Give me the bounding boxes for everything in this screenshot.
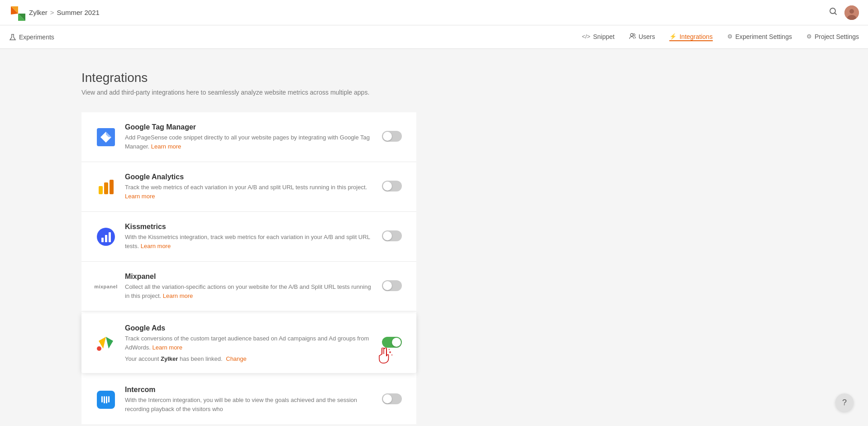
svg-rect-16 (99, 186, 103, 194)
users-icon (629, 33, 636, 40)
svg-point-8 (849, 9, 854, 14)
search-button[interactable] (829, 7, 837, 18)
google-ads-account-name: Zylker (161, 355, 178, 362)
cursor-pointer-icon (378, 348, 395, 369)
svg-point-29 (389, 351, 391, 353)
gtm-toggle[interactable] (382, 131, 402, 142)
kissmetrics-toggle-container[interactable] (382, 230, 402, 243)
intercom-icon (97, 391, 115, 409)
gtm-toggle-container[interactable] (382, 131, 402, 144)
integration-google-ads: Google Ads Track conversions of the cust… (81, 313, 416, 373)
experiments-nav-link[interactable]: Experiments (9, 34, 54, 41)
ga-toggle[interactable] (382, 181, 402, 191)
avatar-image (844, 5, 859, 20)
help-label: ? (842, 398, 847, 407)
experiments-label: Experiments (19, 34, 54, 41)
main-content: Integrations View and add third-party in… (0, 49, 498, 426)
mixpanel-toggle-container[interactable] (382, 280, 402, 293)
integration-kissmetrics: Kissmetrics With the Kissmetrics integra… (81, 212, 416, 262)
integration-intercom: Intercom With the Intercom integration, … (81, 375, 416, 424)
breadcrumb-separator: > (50, 9, 54, 16)
integration-google-tag-manager: Google Tag Manager Add PageSense code sn… (81, 112, 416, 162)
google-ads-account: Your account Zylker has been linked. Cha… (125, 355, 371, 362)
intercom-toggle[interactable] (382, 393, 402, 404)
gtm-icon (97, 128, 115, 146)
experiments-icon (9, 34, 16, 41)
ga-logo (96, 177, 116, 197)
mixpanel-learn-more[interactable]: Learn more (163, 292, 193, 299)
intercom-toggle-container[interactable] (382, 393, 402, 406)
kissmetrics-icon (97, 228, 115, 246)
google-ads-desc: Track conversions of the custom target a… (125, 334, 371, 352)
svg-point-31 (389, 349, 390, 350)
kissmetrics-info: Kissmetrics With the Kissmetrics integra… (125, 223, 371, 250)
svg-point-11 (630, 34, 633, 36)
svg-rect-20 (101, 238, 104, 242)
search-icon (829, 7, 837, 15)
ga-icon (97, 178, 115, 196)
nav-snippet[interactable]: </> Snippet (582, 33, 615, 41)
kissmetrics-desc: With the Kissmetrics integration, track … (125, 233, 371, 250)
google-ads-toggle[interactable] (382, 337, 402, 348)
breadcrumb-org[interactable]: Zylker (29, 9, 48, 16)
integration-mixpanel: mixpanel Mixpanel Collect all the variat… (81, 262, 416, 311)
google-ads-name: Google Ads (125, 324, 371, 332)
svg-rect-41 (108, 396, 110, 402)
google-ads-learn-more[interactable]: Learn more (152, 344, 182, 351)
hand-cursor-svg (378, 348, 395, 366)
google-ads-info: Google Ads Track conversions of the cust… (125, 324, 371, 362)
kissmetrics-learn-more[interactable]: Learn more (141, 243, 171, 249)
google-ads-logo (96, 333, 116, 353)
breadcrumb-project[interactable]: Summer 2021 (57, 9, 100, 16)
kissmetrics-name: Kissmetrics (125, 223, 371, 231)
svg-rect-21 (105, 235, 107, 242)
gtm-learn-more[interactable]: Learn more (151, 143, 181, 150)
google-ads-change-link[interactable]: Change (226, 355, 247, 362)
nav-users[interactable]: Users (629, 33, 655, 41)
svg-point-28 (97, 346, 101, 351)
gtm-info: Google Tag Manager Add PageSense code sn… (125, 123, 371, 151)
nav-experiment-settings[interactable]: ⚙ Experiment Settings (727, 33, 792, 41)
kissmetrics-toggle[interactable] (382, 230, 402, 241)
svg-rect-38 (101, 396, 103, 402)
svg-rect-17 (104, 182, 108, 194)
gtm-desc: Add PageSense code snippet directly to a… (125, 133, 371, 151)
app-logo (9, 5, 25, 21)
snippet-icon: </> (582, 33, 591, 40)
ga-info: Google Analytics Track the web metrics o… (125, 173, 371, 201)
svg-rect-18 (110, 180, 114, 194)
experiment-settings-label: Experiment Settings (735, 33, 792, 40)
mixpanel-text-logo: mixpanel (94, 284, 118, 289)
gtm-logo (96, 127, 116, 147)
intercom-info: Intercom With the Intercom integration, … (125, 386, 371, 413)
help-button[interactable]: ? (835, 393, 854, 412)
mixpanel-name: Mixpanel (125, 273, 371, 281)
ga-toggle-container[interactable] (382, 181, 402, 193)
google-ads-icon (96, 333, 116, 353)
logo-area (9, 5, 25, 21)
svg-rect-22 (109, 232, 111, 242)
ga-name: Google Analytics (125, 173, 371, 181)
mixpanel-desc: Collect all the variation-specific actio… (125, 282, 371, 300)
ga-learn-more[interactable]: Learn more (125, 193, 155, 200)
project-settings-label: Project Settings (815, 33, 859, 40)
google-ads-toggle-container[interactable] (382, 337, 402, 349)
integrations-icon: ⚡ (669, 33, 677, 40)
intercom-logo (96, 390, 116, 410)
gtm-name: Google Tag Manager (125, 123, 371, 131)
integrations-label: Integrations (679, 33, 712, 40)
nav-project-settings[interactable]: ⚙ Project Settings (806, 33, 859, 41)
top-right-actions (829, 5, 859, 20)
ga-desc: Track the web metrics of each variation … (125, 183, 371, 201)
kissmetrics-logo (96, 227, 116, 247)
mixpanel-toggle[interactable] (382, 280, 402, 291)
top-nav-bar: Zylker > Summer 2021 (0, 0, 868, 25)
avatar[interactable] (844, 5, 859, 20)
mixpanel-info: Mixpanel Collect all the variation-speci… (125, 273, 371, 300)
experiment-settings-icon: ⚙ (727, 33, 733, 40)
page-subtitle: View and add third-party integrations he… (81, 89, 416, 96)
breadcrumb: Zylker > Summer 2021 (29, 9, 100, 16)
nav-integrations[interactable]: ⚡ Integrations (669, 33, 712, 41)
svg-point-30 (391, 354, 393, 356)
nav-links: </> Snippet Users ⚡ Integrations ⚙ Exper… (582, 33, 859, 41)
